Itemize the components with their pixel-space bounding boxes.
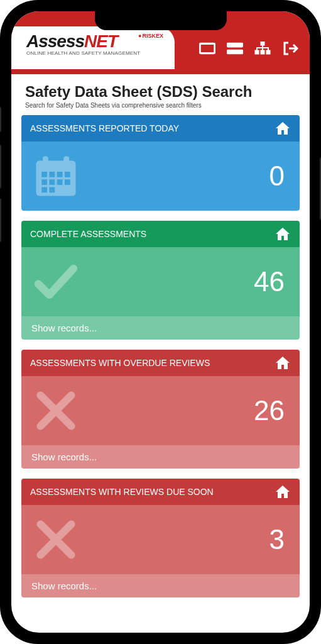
svg-rect-14 (41, 179, 47, 185)
phone-frame: RISKEX AssessNET ONLINE HEALTH AND SAFET… (0, 0, 321, 644)
svg-rect-12 (57, 172, 63, 177)
card-complete-assessments: COMPLETE ASSESSMENTS 46 Show records... (21, 221, 300, 340)
svg-rect-18 (41, 187, 47, 193)
card-header: COMPLETE ASSESSMENTS (21, 221, 300, 247)
svg-rect-19 (50, 187, 55, 193)
page-header: Safety Data Sheet (SDS) Search Search fo… (11, 74, 310, 115)
home-icon[interactable] (275, 227, 291, 241)
svg-rect-4 (255, 50, 259, 54)
svg-rect-15 (50, 179, 55, 185)
phone-notch (95, 11, 227, 30)
card-overdue-reviews: ASSESSMENTS WITH OVERDUE REVIEWS 26 Show… (21, 350, 300, 469)
card-view-icon[interactable] (199, 42, 215, 55)
card-footer-link[interactable]: Show records... (21, 316, 300, 340)
svg-rect-5 (261, 50, 264, 54)
svg-rect-1 (227, 43, 243, 47)
svg-rect-3 (261, 42, 264, 45)
card-body: 46 (21, 247, 300, 316)
sitemap-icon[interactable] (254, 42, 271, 55)
card-title: ASSESSMENTS REPORTED TODAY (30, 123, 179, 133)
logo-tag: RISKEX (138, 33, 163, 39)
phone-side-button (0, 145, 1, 189)
card-title: ASSESSMENTS WITH REVIEWS DUE SOON (30, 487, 214, 497)
svg-rect-16 (57, 179, 63, 185)
card-header: ASSESSMENTS WITH OVERDUE REVIEWS (21, 350, 300, 376)
page-subtitle: Search for Safety Data Sheets via compre… (25, 102, 296, 109)
card-reviews-due-soon: ASSESSMENTS WITH REVIEWS DUE SOON 3 Show… (21, 479, 300, 597)
card-body: 26 (21, 376, 300, 445)
card-value: 26 (254, 395, 285, 426)
svg-rect-8 (43, 157, 48, 165)
card-header: ASSESSMENTS WITH REVIEWS DUE SOON (21, 479, 300, 505)
phone-screen: RISKEX AssessNET ONLINE HEALTH AND SAFET… (11, 11, 310, 633)
logo: RISKEX AssessNET ONLINE HEALTH AND SAFET… (11, 26, 175, 69)
phone-side-button (0, 107, 1, 132)
phone-side-button (0, 198, 1, 242)
calendar-icon (34, 154, 78, 198)
cross-icon (34, 518, 78, 562)
cross-icon (34, 389, 78, 433)
card-assessments-today: ASSESSMENTS REPORTED TODAY 0 (21, 115, 300, 211)
check-icon (34, 260, 78, 304)
list-view-icon[interactable] (227, 42, 243, 55)
logo-word-1: Assess (26, 31, 84, 51)
card-header: ASSESSMENTS REPORTED TODAY (21, 115, 300, 142)
svg-rect-0 (200, 43, 215, 53)
svg-rect-6 (266, 50, 270, 54)
svg-rect-9 (63, 157, 69, 165)
home-icon[interactable] (275, 485, 291, 499)
logo-word-2: NET (84, 31, 117, 51)
card-footer-link[interactable]: Show records... (21, 445, 300, 469)
header-toolbar (199, 42, 298, 55)
card-title: COMPLETE ASSESSMENTS (30, 229, 146, 239)
card-body: 0 (21, 142, 300, 211)
card-value: 46 (254, 266, 285, 297)
svg-rect-17 (65, 179, 70, 185)
card-body: 3 (21, 505, 300, 574)
logo-subtitle: ONLINE HEALTH AND SAFETY MANAGEMENT (26, 50, 167, 56)
svg-rect-10 (41, 172, 47, 177)
svg-rect-11 (50, 172, 55, 177)
home-icon[interactable] (275, 121, 291, 135)
svg-rect-13 (65, 172, 70, 177)
card-footer-link[interactable]: Show records... (21, 574, 300, 597)
cards-container: ASSESSMENTS REPORTED TODAY 0 COMPLETE AS… (11, 115, 310, 610)
svg-rect-2 (227, 50, 243, 54)
card-value: 3 (269, 524, 285, 555)
page-title: Safety Data Sheet (SDS) Search (25, 83, 296, 101)
card-value: 0 (269, 160, 285, 192)
home-icon[interactable] (275, 356, 291, 370)
card-title: ASSESSMENTS WITH OVERDUE REVIEWS (30, 358, 210, 368)
logout-icon[interactable] (282, 42, 298, 55)
